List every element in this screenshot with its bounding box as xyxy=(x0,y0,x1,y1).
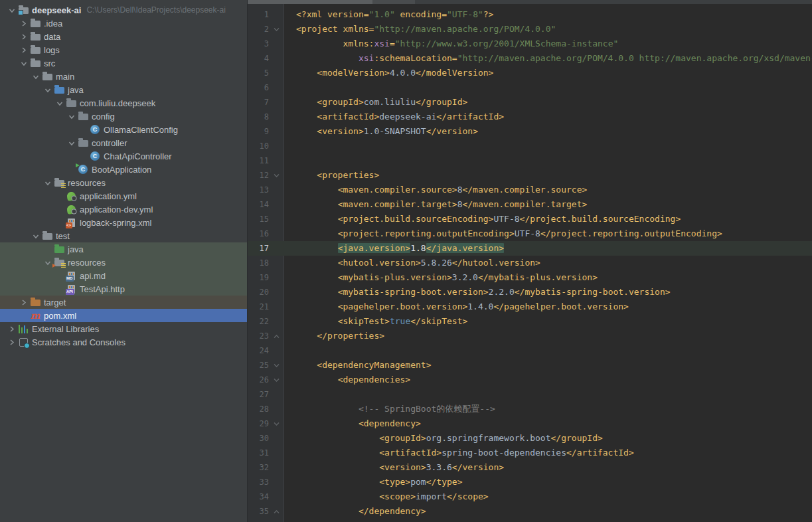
scrollbar-thumb[interactable] xyxy=(248,0,372,4)
code-line[interactable]: 6 xyxy=(248,80,812,95)
code-line[interactable]: 33 <type>pom</type> xyxy=(248,475,812,489)
line-number[interactable]: 29 xyxy=(248,416,269,431)
line-number[interactable]: 28 xyxy=(248,402,269,416)
fold-expand-icon[interactable] xyxy=(269,504,284,519)
line-number[interactable]: 1 xyxy=(248,7,269,22)
tree-row-logs[interactable]: logs xyxy=(0,43,247,56)
line-number[interactable]: 24 xyxy=(248,343,269,358)
tree-row-config[interactable]: config xyxy=(0,110,247,123)
chevron-right-icon[interactable] xyxy=(17,30,29,43)
line-number[interactable]: 10 xyxy=(248,139,269,153)
tree-row-com-liuliu-deepseek[interactable]: com.liuliu.deepseek xyxy=(0,96,247,110)
chevron-down-icon[interactable] xyxy=(17,56,29,70)
tree-row-resources[interactable]: resources xyxy=(0,256,247,269)
code-line[interactable]: 21 <pagehelper.boot.version>1.4.0</pageh… xyxy=(248,300,812,314)
line-number[interactable]: 25 xyxy=(248,358,269,373)
tree-row-bootapplication[interactable]: CBootApplication xyxy=(0,163,247,176)
tree-row-external-libraries[interactable]: External Libraries xyxy=(0,322,247,335)
code-line[interactable]: 31 <artifactId>spring-boot-dependencies<… xyxy=(248,446,812,460)
line-number[interactable]: 31 xyxy=(248,446,269,460)
tree-row-scratches-and-consoles[interactable]: Scratches and Consoles xyxy=(0,335,247,349)
code-line[interactable]: 8 <artifactId>deepseek-ai</artifactId> xyxy=(248,110,812,124)
tree-row-test[interactable]: test xyxy=(0,229,247,242)
line-number[interactable]: 16 xyxy=(248,226,269,241)
chevron-down-icon[interactable] xyxy=(53,96,65,110)
line-number[interactable]: 35 xyxy=(248,504,269,519)
line-number[interactable]: 34 xyxy=(248,489,269,504)
line-number[interactable]: 12 xyxy=(248,168,269,183)
code-line[interactable]: 30 <groupId>org.springframework.boot</gr… xyxy=(248,431,812,446)
line-number[interactable]: 30 xyxy=(248,431,269,446)
code-line[interactable]: 34 <scope>import</scope> xyxy=(248,489,812,504)
code-line[interactable]: 26 <dependencies> xyxy=(248,373,812,387)
chevron-down-icon[interactable] xyxy=(65,110,77,123)
tree-row-java[interactable]: java xyxy=(0,242,247,256)
code-line[interactable]: 19 <mybatis-plus.version>3.2.0</mybatis-… xyxy=(248,270,812,285)
tree-row-logback-spring-xml[interactable]: <>logback-spring.xml xyxy=(0,216,247,229)
chevron-down-icon[interactable] xyxy=(41,256,53,269)
code-line[interactable]: 4 xsi:schemaLocation="http://maven.apach… xyxy=(248,51,812,66)
fold-collapse-icon[interactable] xyxy=(269,358,284,373)
tree-row-main[interactable]: main xyxy=(0,70,247,83)
line-number[interactable]: 8 xyxy=(248,110,269,124)
code-line[interactable]: 17 <java.version>1.8</java.version> xyxy=(248,241,812,256)
code-line[interactable]: 18 <hutool.version>5.8.26</hutool.versio… xyxy=(248,256,812,270)
tree-row-target[interactable]: target xyxy=(0,296,247,309)
code-line[interactable]: 22 <skipTest>true</skipTest> xyxy=(248,314,812,329)
code-line[interactable]: 2<project xmlns="http://maven.apache.org… xyxy=(248,22,812,37)
tree-row-chatapicontroller[interactable]: CChatApiController xyxy=(0,149,247,163)
code-line[interactable]: 25 <dependencyManagement> xyxy=(248,358,812,373)
code-line[interactable]: 10 xyxy=(248,139,812,153)
line-number[interactable]: 13 xyxy=(248,183,269,197)
chevron-right-icon[interactable] xyxy=(5,335,17,349)
tree-row-java[interactable]: java xyxy=(0,83,247,96)
code-editor[interactable]: 1<?xml version="1.0" encoding="UTF-8"?>2… xyxy=(248,4,812,522)
line-number[interactable]: 3 xyxy=(248,37,269,51)
chevron-down-icon[interactable] xyxy=(41,176,53,189)
code-line[interactable]: 5 <modelVersion>4.0.0</modelVersion> xyxy=(248,66,812,80)
line-number[interactable]: 19 xyxy=(248,270,269,285)
line-number[interactable]: 26 xyxy=(248,373,269,387)
code-line[interactable]: 3 xmlns:xsi="http://www.w3.org/2001/XMLS… xyxy=(248,37,812,51)
line-number[interactable]: 23 xyxy=(248,329,269,343)
chevron-right-icon[interactable] xyxy=(5,322,17,335)
tree-row-resources[interactable]: resources xyxy=(0,176,247,189)
tree-row-data[interactable]: data xyxy=(0,30,247,43)
line-number[interactable]: 21 xyxy=(248,300,269,314)
tree-row-ollamaclientconfig[interactable]: COllamaClientConfig xyxy=(0,123,247,136)
code-line[interactable]: 12 <properties> xyxy=(248,168,812,183)
line-number[interactable]: 5 xyxy=(248,66,269,80)
chevron-down-icon[interactable] xyxy=(41,83,53,96)
tree-row-src[interactable]: src xyxy=(0,56,247,70)
tree-row-application-dev-yml[interactable]: application-dev.yml xyxy=(0,203,247,216)
line-number[interactable]: 6 xyxy=(248,80,269,95)
chevron-down-icon[interactable] xyxy=(29,70,41,83)
fold-collapse-icon[interactable] xyxy=(269,373,284,387)
code-line[interactable]: 13 <maven.compiler.source>8</maven.compi… xyxy=(248,183,812,197)
line-number[interactable]: 14 xyxy=(248,197,269,212)
line-number[interactable]: 17 xyxy=(248,241,269,256)
code-line[interactable]: 29 <dependency> xyxy=(248,416,812,431)
line-number[interactable]: 9 xyxy=(248,124,269,139)
fold-expand-icon[interactable] xyxy=(269,329,284,343)
code-line[interactable]: 23 </properties> xyxy=(248,329,812,343)
chevron-right-icon[interactable] xyxy=(17,296,29,309)
code-line[interactable]: 16 <project.reporting.outputEncoding>UTF… xyxy=(248,226,812,241)
tree-row-controller[interactable]: controller xyxy=(0,136,247,149)
chevron-right-icon[interactable] xyxy=(17,43,29,56)
chevron-right-icon[interactable] xyxy=(17,17,29,30)
tree-row-testapi-http[interactable]: APITestApi.http xyxy=(0,282,247,296)
line-number[interactable]: 2 xyxy=(248,22,269,37)
line-number[interactable]: 4 xyxy=(248,51,269,66)
code-line[interactable]: 11 xyxy=(248,153,812,168)
code-line[interactable]: 14 <maven.compiler.target>8</maven.compi… xyxy=(248,197,812,212)
line-number[interactable]: 11 xyxy=(248,153,269,168)
line-number[interactable]: 7 xyxy=(248,95,269,110)
line-number[interactable]: 20 xyxy=(248,285,269,300)
line-number[interactable]: 18 xyxy=(248,256,269,270)
fold-collapse-icon[interactable] xyxy=(269,416,284,431)
line-number[interactable]: 22 xyxy=(248,314,269,329)
code-line[interactable]: 9 <version>1.0-SNAPSHOT</version> xyxy=(248,124,812,139)
tree-row-deepseek-ai[interactable]: deepseek-aiC:\Users\Dell\IdeaProjects\de… xyxy=(0,3,247,17)
line-number[interactable]: 32 xyxy=(248,460,269,475)
